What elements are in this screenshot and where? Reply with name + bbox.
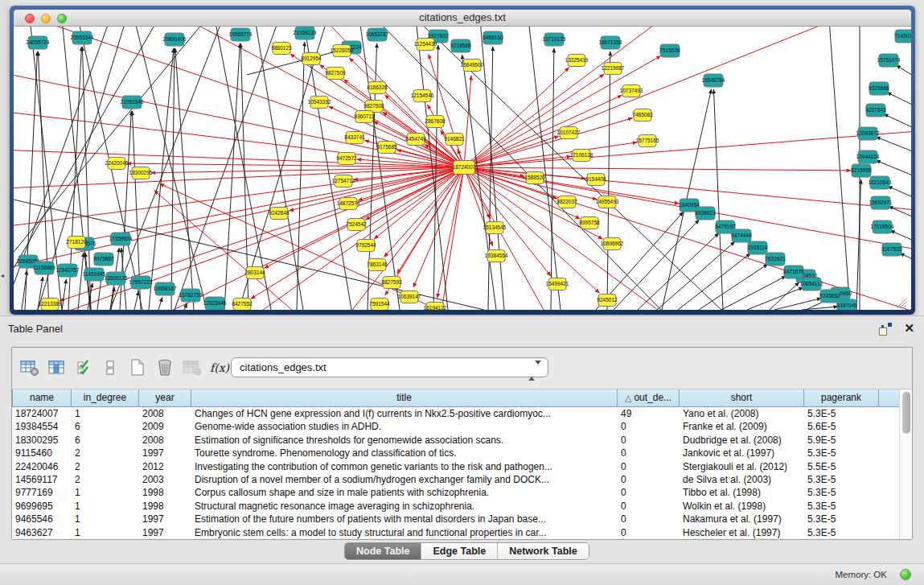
network-node-yellow[interactable]: 12219987 [602, 63, 625, 75]
network-node-teal[interactable]: 10958167 [154, 282, 177, 295]
network-node-yellow[interactable]: 8827593 [381, 277, 402, 289]
cell-pagerank[interactable]: 5.9E-5 [804, 434, 879, 447]
network-node-yellow[interactable]: 9822037 [556, 196, 577, 208]
cell-in_degree[interactable]: 6 [72, 420, 139, 433]
network-node-yellow[interactable]: 9827509 [325, 68, 346, 80]
close-window-button[interactable] [25, 14, 35, 23]
column-header-out_degree[interactable]: △ out_de... [618, 389, 680, 406]
cell-short[interactable]: Wolkin et al. (1998) [680, 500, 804, 513]
citation-edge-black[interactable] [721, 276, 786, 310]
network-node-yellow[interactable]: 10107427 [557, 127, 581, 139]
network-node-yellow[interactable]: 2867608 [425, 116, 446, 128]
cell-in_degree[interactable]: 2 [72, 447, 139, 459]
citation-edge-black[interactable] [770, 282, 799, 310]
cell-in_degree[interactable]: 1 [72, 513, 139, 525]
column-header-title[interactable]: title [191, 389, 618, 406]
close-panel-icon[interactable]: ✕ [904, 321, 914, 336]
citation-edge-black[interactable] [297, 42, 305, 310]
citation-edge-black[interactable] [149, 48, 174, 310]
network-node-yellow[interactable]: 10896962 [601, 238, 624, 250]
cell-title[interactable]: Tourette syndrome. Phenomenology and cla… [191, 447, 618, 459]
table-selector-dropdown[interactable]: citations_edges.txt [231, 357, 548, 377]
table-row[interactable]: 1456911722003Disruption of a novel membe… [12, 473, 899, 486]
cell-in_degree[interactable]: 6 [72, 434, 139, 447]
network-node-teal[interactable]: 9474444 [731, 229, 752, 242]
cell-out_degree[interactable]: 0 [618, 513, 680, 525]
resize-grip-icon[interactable] [900, 302, 906, 308]
cell-out_degree[interactable]: 0 [618, 434, 680, 447]
function-builder-icon[interactable]: f(x) [208, 356, 231, 380]
network-node-yellow[interactable]: 14955493 [596, 196, 619, 208]
network-node-yellow[interactable]: 9175685 [376, 142, 397, 154]
network-node-yellow[interactable]: 9245012 [597, 295, 618, 307]
cell-name[interactable]: 18300295 [12, 434, 72, 447]
network-node-yellow[interactable]: 9860123 [271, 43, 292, 55]
cell-out_degree[interactable]: 0 [618, 486, 680, 499]
network-node-yellow[interactable]: 7863146 [367, 259, 388, 271]
row-check-icon[interactable] [73, 356, 96, 380]
cell-pagerank[interactable]: 5.3E-5 [804, 473, 879, 486]
network-node-teal[interactable]: 9975887 [93, 253, 114, 266]
cell-title[interactable]: Disruption of a novel member of a sodium… [191, 473, 618, 486]
network-node-teal[interactable]: 12942757 [56, 264, 80, 277]
network-node-yellow[interactable]: 7485083 [632, 109, 653, 122]
cell-in_degree[interactable]: 1 [72, 407, 139, 420]
network-node-teal[interactable]: 12444154 [856, 150, 880, 163]
column-header-in_degree[interactable]: in_degree [72, 389, 139, 406]
cell-name[interactable]: 9463627 [12, 526, 72, 539]
cell-short[interactable]: Dudbridge et al. (2008) [680, 434, 804, 447]
network-node-teal[interactable]: 12093872 [856, 127, 880, 140]
scrollbar-thumb[interactable] [902, 392, 910, 434]
network-node-teal[interactable]: 10654112 [800, 278, 823, 290]
network-node-yellow[interactable]: 14872574 [337, 198, 360, 210]
table-row[interactable]: 911546021997Tourette syndrome. Phenomeno… [12, 447, 899, 459]
network-node-yellow[interactable]: 9242848 [269, 208, 290, 220]
network-node-yellow[interactable]: 9146821 [444, 134, 465, 146]
citation-edge-red[interactable] [464, 27, 911, 167]
network-node-teal[interactable]: 10653287 [366, 28, 389, 41]
cell-year[interactable]: 1997 [139, 447, 191, 459]
cell-short[interactable]: Franke et al. (2009) [680, 420, 804, 433]
cell-pagerank[interactable]: 5.3E-5 [804, 486, 879, 499]
cell-out_degree[interactable]: 0 [618, 447, 680, 459]
citation-edge-black[interactable] [462, 55, 496, 310]
network-node-teal[interactable]: 16782759 [179, 289, 203, 302]
cell-year[interactable]: 2008 [139, 407, 191, 420]
minimize-window-button[interactable] [41, 14, 51, 23]
cell-title[interactable]: Estimation of the future numbers of pati… [191, 513, 618, 525]
cell-pagerank[interactable]: 5.3E-5 [804, 407, 879, 420]
network-node-yellow[interactable]: 7591544 [369, 299, 390, 311]
citation-edge-black[interactable] [614, 220, 699, 310]
network-node-yellow[interactable]: 22420046 [105, 158, 129, 170]
new-table-icon[interactable] [126, 356, 149, 380]
citation-edge-red[interactable] [437, 167, 464, 298]
citation-edge-black[interactable] [774, 299, 821, 310]
network-node-yellow[interactable]: 9154408 [585, 174, 606, 186]
citation-edge-black[interactable] [62, 279, 66, 310]
network-node-teal[interactable]: 21053346 [121, 96, 144, 109]
network-node-teal[interactable]: 21059239 [294, 27, 317, 39]
network-node-yellow[interactable]: 15775165 [636, 135, 659, 147]
table-row[interactable]: 2242004622012Investigating the contribut… [12, 460, 899, 473]
citation-edge-black[interactable] [175, 48, 194, 310]
citation-edge-red[interactable] [464, 76, 471, 167]
table-row[interactable]: 969969511998Structural magnetic resonanc… [12, 500, 899, 513]
cell-in_degree[interactable]: 1 [72, 526, 139, 539]
table-settings-icon[interactable] [18, 356, 41, 380]
citation-edge-black[interactable] [699, 264, 768, 310]
cell-name[interactable]: 14569117 [12, 473, 72, 486]
network-node-yellow[interactable]: 10543392 [308, 97, 331, 109]
table-row[interactable]: 1872400712008Changes of HCN gene express… [12, 407, 899, 420]
cell-year[interactable]: 2009 [139, 420, 191, 433]
network-node-yellow[interactable]: 8186328 [367, 82, 388, 94]
network-node-teal[interactable]: 17016504 [871, 220, 894, 233]
table-row[interactable]: 946362711997Embryonic stem cells: a mode… [12, 526, 899, 539]
cell-title[interactable]: Estimation of significance thresholds fo… [191, 434, 618, 447]
cell-name[interactable]: 18724007 [12, 407, 72, 420]
network-node-yellow[interactable]: 19384554 [485, 250, 508, 262]
table-vertical-scrollbar[interactable] [899, 389, 912, 539]
table-row[interactable]: 977716911998Corpus callosum shape and si… [12, 486, 899, 499]
cell-year[interactable]: 1998 [139, 500, 191, 513]
cell-out_degree[interactable]: 0 [618, 500, 680, 513]
cell-short[interactable]: Tibbo et al. (1998) [680, 486, 804, 499]
